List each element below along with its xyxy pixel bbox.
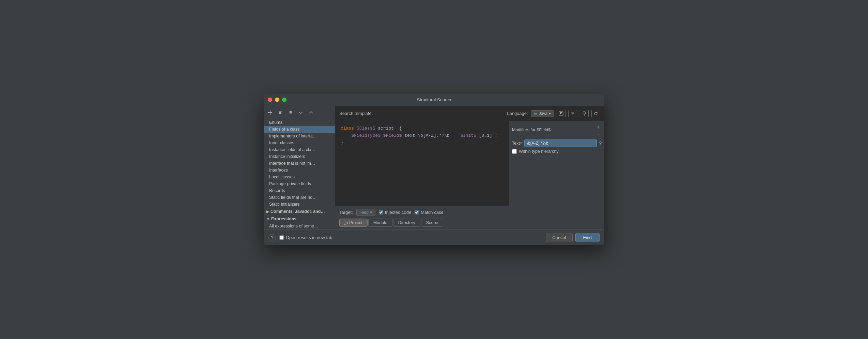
titlebar: Structural Search: [264, 94, 604, 106]
sidebar-group-expressions-label: Expressions: [271, 217, 296, 221]
sidebar-item-all-expressions[interactable]: All expressions of some…: [264, 223, 335, 230]
comments-arrow-icon: ▶: [266, 210, 269, 213]
sidebar-item-implementors[interactable]: Implementors of interfa…: [264, 133, 335, 139]
modifiers-title: Modifiers for $Field$:: [512, 128, 552, 132]
sidebar-item-static-fields[interactable]: Static fields that are no…: [264, 194, 335, 201]
scope-btn-module[interactable]: Module: [368, 219, 392, 227]
footer-right: Cancel Find: [546, 233, 600, 242]
scope-btn-directory-label: Directory: [398, 220, 415, 225]
refresh-icon-btn[interactable]: [591, 110, 600, 117]
code-panel: class $Class$ script { $FieldType$ $Fiel…: [335, 121, 509, 206]
main-content: Enums Fields of a class Implementors of …: [264, 106, 604, 230]
text-help-icon[interactable]: ?: [599, 141, 602, 146]
scope-btn-scope-label: Scope: [426, 220, 438, 225]
svg-rect-3: [279, 112, 281, 114]
injected-code-checkbox[interactable]: [379, 210, 383, 215]
structural-search-dialog: Structural Search: [264, 94, 604, 245]
within-hierarchy-row: Within type hierarchy: [512, 149, 602, 154]
sidebar-icon-btn-5[interactable]: [307, 109, 315, 116]
expressions-arrow-icon: ▼: [266, 217, 270, 221]
target-chevron-icon: ▾: [370, 210, 372, 215]
text-modifier-input[interactable]: [524, 139, 597, 147]
language-value: Java: [539, 111, 547, 116]
sidebar-item-interface-not-im[interactable]: Interface that is not im…: [264, 160, 335, 167]
sidebar-item-instance-initializers[interactable]: Instance initializers: [264, 153, 335, 160]
injected-code-label: Injected code: [385, 210, 411, 215]
scope-btn-module-label: Module: [373, 220, 387, 225]
sidebar-item-static-initializers[interactable]: Static initializers: [264, 201, 335, 208]
top-toolbar: Search template: Language: ☰ Java ▾: [335, 106, 604, 121]
help-button[interactable]: ?: [268, 234, 276, 241]
text-modifier-label: Text=: [512, 141, 522, 146]
language-chevron-icon: ▾: [549, 111, 551, 116]
sidebar-group-comments[interactable]: ▶ Comments, Javadoc and…: [264, 208, 335, 215]
scope-btn-in-project[interactable]: In Project: [339, 219, 368, 227]
cancel-button[interactable]: Cancel: [546, 233, 572, 242]
window-controls: [268, 98, 286, 102]
language-dropdown[interactable]: ☰ Java ▾: [531, 110, 554, 117]
injected-code-row: Injected code: [379, 210, 411, 215]
footer: ? Open results in new tab Cancel Find: [264, 230, 604, 245]
within-hierarchy-label: Within type hierarchy: [519, 149, 559, 154]
svg-rect-7: [560, 112, 562, 113]
filter-icon-btn[interactable]: [568, 110, 577, 117]
modifiers-panel: Modifiers for $Field$: + − Text= ? Withi: [509, 121, 604, 206]
template-icon-btn[interactable]: [557, 110, 565, 117]
svg-rect-5: [290, 111, 292, 113]
scope-btn-in-project-label: In Project: [344, 220, 362, 225]
sidebar-item-records[interactable]: Records: [264, 187, 335, 194]
bottom-bar: Target: Field ▾ Injected code Match case: [335, 206, 604, 230]
svg-rect-1: [270, 110, 270, 115]
svg-rect-4: [289, 114, 292, 114]
target-dropdown[interactable]: Field ▾: [356, 209, 375, 216]
scope-btn-scope[interactable]: Scope: [421, 219, 443, 227]
middle-section: class $Class$ script { $FieldType$ $Fiel…: [335, 121, 604, 206]
within-hierarchy-checkbox[interactable]: [512, 149, 517, 154]
maximize-button[interactable]: [282, 98, 286, 102]
open-results-label: Open results in new tab: [286, 235, 332, 240]
sidebar: Enums Fields of a class Implementors of …: [264, 106, 335, 230]
sidebar-item-fields-of-class[interactable]: Fields of a class: [264, 126, 335, 133]
modifiers-remove-button[interactable]: −: [595, 131, 602, 137]
pin-icon-btn[interactable]: [580, 110, 589, 117]
scope-btn-directory[interactable]: Directory: [393, 219, 420, 227]
sidebar-item-interfaces[interactable]: Interfaces: [264, 167, 335, 174]
text-modifier-row: Text= ?: [512, 139, 602, 147]
find-button[interactable]: Find: [575, 233, 600, 242]
close-button[interactable]: [268, 98, 272, 102]
minimize-button[interactable]: [275, 98, 279, 102]
right-panel: Search template: Language: ☰ Java ▾: [335, 106, 604, 230]
sidebar-icon-btn-1[interactable]: [266, 109, 275, 116]
sidebar-icon-btn-3[interactable]: [286, 109, 295, 116]
sidebar-group-expressions[interactable]: ▼ Expressions: [264, 215, 335, 223]
match-case-checkbox[interactable]: [415, 210, 419, 215]
toolbar-right: Language: ☰ Java ▾: [507, 110, 600, 117]
sidebar-item-package-private[interactable]: Package-private fields: [264, 180, 335, 187]
open-results-row: Open results in new tab: [279, 235, 332, 240]
code-editor[interactable]: class $Class$ script { $FieldType$ $Fiel…: [335, 121, 509, 206]
sidebar-item-inner-classes[interactable]: Inner classes: [264, 139, 335, 146]
sidebar-item-instance-fields[interactable]: Instance fields of a cla…: [264, 146, 335, 153]
open-results-checkbox[interactable]: [279, 235, 284, 240]
sidebar-item-local-classes[interactable]: Local classes: [264, 174, 335, 180]
sidebar-group-comments-label: Comments, Javadoc and…: [270, 209, 325, 214]
target-row: Target: Field ▾ Injected code Match case: [339, 209, 600, 216]
match-case-label: Match case: [421, 210, 443, 215]
search-template-label: Search template:: [339, 111, 373, 116]
match-case-row: Match case: [415, 210, 443, 215]
target-value: Field: [359, 210, 369, 215]
modifiers-add-button[interactable]: +: [595, 124, 602, 131]
svg-rect-2: [279, 111, 282, 112]
window-title: Structural Search: [417, 97, 451, 102]
language-icon: ☰: [534, 111, 538, 116]
language-label: Language:: [507, 111, 528, 116]
sidebar-icon-btn-4[interactable]: [296, 109, 305, 116]
sidebar-icon-btn-2[interactable]: [276, 109, 285, 116]
svg-rect-8: [560, 113, 561, 114]
footer-left: ? Open results in new tab: [268, 234, 332, 241]
sidebar-toolbar: [264, 106, 335, 119]
target-label: Target:: [339, 210, 353, 215]
scope-row: In Project Module Directory Scope: [339, 219, 600, 227]
sidebar-item-enums[interactable]: Enums: [264, 119, 335, 126]
